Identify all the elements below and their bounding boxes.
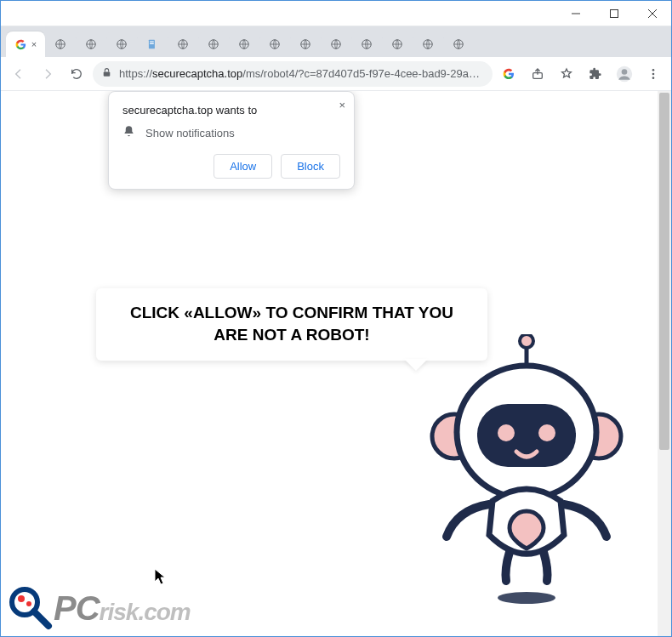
lock-icon [101,67,112,81]
block-button[interactable]: Block [281,154,340,179]
globe-icon [329,37,343,51]
address-bar[interactable]: https://securecaptcha.top/ms/robot4/?c=8… [93,61,493,87]
url-scheme: https:// [119,67,152,80]
tab-background[interactable] [198,31,229,57]
tab-background[interactable] [443,31,474,57]
url-path: /ms/robot4/?c=87d407d5-f97e-4cee-bad9-29… [242,67,484,80]
tab-background[interactable] [137,31,168,57]
google-services-icon[interactable] [496,61,521,87]
prompt-origin-text: securecaptcha.top wants to [122,104,340,117]
bookmark-star-icon[interactable] [554,61,579,87]
tab-background[interactable] [321,31,351,57]
tab-background[interactable] [259,31,290,57]
svg-point-26 [652,72,655,75]
svg-point-27 [652,77,655,79]
svg-point-24 [622,69,628,75]
svg-point-35 [538,424,555,441]
tab-background[interactable] [45,31,76,57]
notification-permission-prompt: × securecaptcha.top wants to Show notifi… [108,91,355,190]
svg-rect-9 [150,42,154,43]
window-minimize-button[interactable] [556,1,595,26]
tab-background[interactable] [351,31,382,57]
tab-background[interactable] [382,31,413,57]
tab-background[interactable] [229,31,259,57]
forward-button[interactable] [35,61,60,87]
svg-point-34 [498,424,515,441]
tab-background[interactable] [290,31,321,57]
tab-background[interactable] [168,31,198,57]
tab-close-icon[interactable]: × [31,39,37,49]
globe-icon [115,37,128,51]
globe-icon [176,37,190,51]
window-close-button[interactable] [633,1,671,26]
pcrisk-watermark: PCrisk.com [8,585,191,631]
window-maximize-button[interactable] [595,1,633,26]
svg-rect-10 [150,43,154,44]
tab-strip: × [1,26,671,57]
magnifier-icon [8,585,54,631]
svg-point-25 [652,69,655,71]
page-viewport: × securecaptcha.top wants to Show notifi… [1,91,671,636]
watermark-pc: PC [54,589,100,628]
tab-background[interactable] [106,31,137,57]
kebab-menu-icon[interactable] [641,61,666,87]
globe-icon [452,37,465,51]
allow-button[interactable]: Allow [214,154,272,179]
browser-toolbar: https://securecaptcha.top/ms/robot4/?c=8… [1,57,671,91]
share-icon[interactable] [525,61,550,87]
svg-point-29 [520,334,533,348]
svg-point-39 [18,595,25,602]
svg-point-36 [498,592,555,604]
globe-icon [268,37,282,51]
svg-rect-21 [104,71,111,76]
extensions-puzzle-icon[interactable] [583,61,608,87]
svg-point-40 [26,601,31,606]
tab-background[interactable] [76,31,106,57]
url-host: securecaptcha.top [152,67,242,80]
globe-icon [299,37,312,51]
svg-rect-1 [610,9,618,17]
globe-icon [207,37,220,51]
globe-icon [84,37,98,51]
back-button[interactable] [6,61,31,87]
globe-icon [390,37,404,51]
bell-icon [122,125,135,140]
scrollbar-thumb[interactable] [659,93,669,450]
tab-background[interactable] [413,31,443,57]
browser-window: × https://securecaptcha.top/ms/robot4/?c… [0,0,672,637]
globe-icon [237,37,251,51]
reload-button[interactable] [64,61,89,87]
vertical-scrollbar[interactable] [658,91,671,636]
profile-avatar-icon[interactable] [612,61,637,87]
globe-icon [360,37,373,51]
svg-line-38 [34,611,48,626]
mouse-cursor-icon [154,568,166,585]
globe-icon [54,37,67,51]
tab-active[interactable]: × [6,31,45,57]
prompt-capability-text: Show notifications [145,127,235,139]
window-titlebar [1,1,671,26]
page-favicon [145,37,159,51]
globe-icon [421,37,435,51]
prompt-close-button[interactable]: × [339,99,345,111]
robot-illustration [407,334,646,606]
instruction-text: CLICK «ALLOW» TO CONFIRM THAT YOU ARE NO… [130,304,453,344]
watermark-risk: risk.com [100,599,191,626]
google-favicon [14,37,28,51]
